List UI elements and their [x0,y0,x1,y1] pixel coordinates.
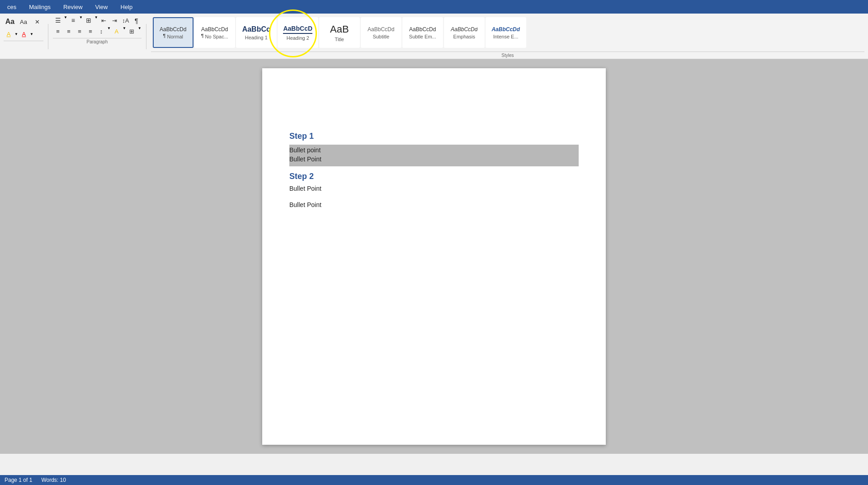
bullets-btn[interactable]: ☰ [53,15,63,25]
styles-container: AaBbCcDd ¶ Normal AaBbCcDd ¶ No Spac... [151,15,864,50]
style-intense-em[interactable]: AaBbCcDd Intense E... [486,17,526,48]
font-color-arrow[interactable]: ▼ [30,32,33,36]
style-heading2[interactable]: AaBbCcD Heading 2 [278,17,318,48]
step1-heading: Step 1 [289,132,579,141]
style-subtle-em-label: Subtle Em... [409,34,436,39]
style-no-space-bullet: ¶ [201,33,204,38]
style-intense-em-label: Intense E... [493,34,519,39]
font-size-btn[interactable]: Aa [17,15,30,28]
numbered-arrow[interactable]: ▼ [79,15,83,25]
style-normal-preview: AaBbCcDd [160,26,186,33]
sep2 [146,24,146,49]
style-title-label: Title [335,37,344,42]
font-color-btn[interactable]: A [19,29,29,39]
menu-bar: ces Mailings Review View Help [0,0,868,14]
ribbon: Aa Aa ✕ A ▼ A ▼ [0,14,868,59]
style-heading1[interactable]: AaBbCc Heading 1 [236,17,277,48]
highlight-btn[interactable]: A [4,29,14,39]
shading-btn[interactable]: A [112,26,122,36]
multilevel-arrow[interactable]: ▼ [94,15,98,25]
style-subtitle-preview: AaBbCcDd [368,26,394,33]
menu-mailings[interactable]: Mailings [26,2,53,12]
styles-group: AaBbCcDd ¶ Normal AaBbCcDd ¶ No Spac... [151,15,864,58]
style-emphasis-label: Emphasis [453,34,475,39]
font-group-buttons: Aa Aa ✕ A ▼ A ▼ [4,15,43,39]
step2-bullet1: Bullet Point [289,185,579,192]
borders-arrow[interactable]: ▼ [138,26,142,36]
clear-format-btn[interactable]: ✕ [31,15,43,28]
pilcrow-btn[interactable]: ¶ [132,15,142,25]
multilevel-btn[interactable]: ⊞ [84,15,94,25]
line-spacing-arrow[interactable]: ▼ [107,26,111,36]
style-normal-label: Normal [167,34,183,39]
style-subtitle[interactable]: AaBbCcDd Subtitle [361,17,401,48]
indent-dec-btn[interactable]: ⇤ [99,15,109,25]
style-heading2-preview: AaBbCcD [283,25,312,34]
menu-view[interactable]: View [93,2,111,12]
paragraph-label: Paragraph [53,38,142,44]
bullets-arrow[interactable]: ▼ [64,15,67,25]
font-name-btn[interactable]: Aa [4,15,16,28]
style-emphasis-preview: AaBbCcDd [451,26,477,33]
style-no-space-label: No Spac... [205,34,228,39]
font-group: Aa Aa ✕ A ▼ A ▼ [4,15,43,42]
borders-btn[interactable]: ⊞ [127,26,137,36]
style-intense-em-preview: AaBbCcDd [491,26,520,33]
style-no-space[interactable]: AaBbCcDd ¶ No Spac... [194,17,235,48]
highlight-arrow[interactable]: ▼ [14,32,18,36]
styles-label: Styles [151,52,864,58]
indent-inc-btn[interactable]: ⇥ [110,15,120,25]
sort-btn[interactable]: ↕A [121,15,131,25]
style-title-preview: AaB [330,24,349,35]
style-subtle-em[interactable]: AaBbCcDd Subtle Em... [402,17,443,48]
menu-ces[interactable]: ces [5,2,19,12]
step1-bullets-selected: Bullet point Bullet Point [289,145,579,166]
menu-help[interactable]: Help [118,2,136,12]
style-normal-bullet: ¶ [163,33,166,38]
step2-heading: Step 2 [289,172,579,181]
style-heading1-preview: AaBbCc [242,25,270,33]
justify-btn[interactable]: ≡ [85,26,95,36]
style-normal[interactable]: AaBbCcDd ¶ Normal [153,17,193,48]
style-subtle-em-preview: AaBbCcDd [409,26,436,33]
line-spacing-btn[interactable]: ↕ [96,26,106,36]
paragraph-group: ☰ ▼ ≡ ▼ ⊞ ▼ ⇤ ⇥ ↕A ¶ ≡ ≡ ≡ [53,15,142,44]
style-title[interactable]: AaB Title [319,17,360,48]
style-heading1-label: Heading 1 [245,35,268,40]
align-right-btn[interactable]: ≡ [75,26,85,36]
ribbon-top: Aa Aa ✕ A ▼ A ▼ [0,14,868,59]
style-subtitle-label: Subtitle [373,34,389,39]
step1-bullet2: Bullet Point [289,155,579,163]
style-no-space-preview: AaBbCcDd [201,26,228,33]
align-left-btn[interactable]: ≡ [53,26,63,36]
font-group-label [4,41,43,42]
step1-bullet1: Bullet point [289,146,579,154]
shading-arrow[interactable]: ▼ [123,26,126,36]
main-content: Step 1 Bullet point Bullet Point Step 2 … [0,59,868,454]
menu-review[interactable]: Review [61,2,85,12]
sep1 [48,24,48,49]
numbered-btn[interactable]: ≡ [68,15,78,25]
style-heading2-label: Heading 2 [287,35,309,41]
document-page[interactable]: Step 1 Bullet point Bullet Point Step 2 … [262,68,606,445]
style-emphasis[interactable]: AaBbCcDd Emphasis [444,17,485,48]
step2-bullet2: Bullet Point [289,201,579,208]
paragraph-buttons: ☰ ▼ ≡ ▼ ⊞ ▼ ⇤ ⇥ ↕A ¶ ≡ ≡ ≡ [53,15,142,36]
align-center-btn[interactable]: ≡ [64,26,74,36]
